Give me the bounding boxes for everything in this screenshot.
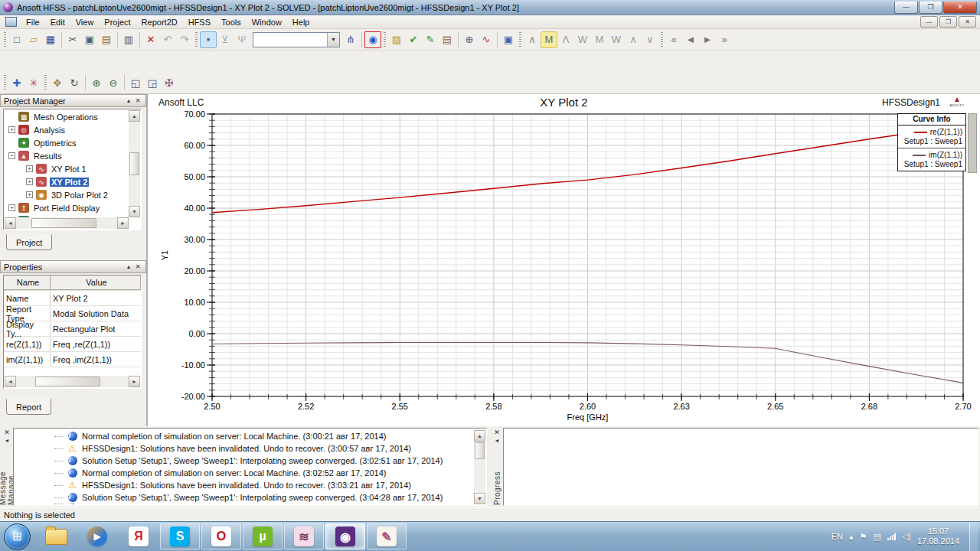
tab-report[interactable]: Report (6, 399, 51, 415)
properties-close-icon[interactable]: ✕ (133, 262, 142, 272)
toolbar-drag-handle[interactable] (384, 32, 386, 47)
child-close-button[interactable]: ✕ (959, 16, 976, 28)
opera[interactable]: O (201, 523, 241, 549)
boolean-ops-icon[interactable]: ✚ (8, 74, 25, 91)
scroll-down-icon[interactable]: ▼ (474, 493, 485, 504)
copy-icon[interactable]: ▣ (81, 31, 98, 48)
windows-explorer[interactable] (36, 523, 76, 549)
media-player[interactable]: ▶ (77, 523, 117, 549)
message-row[interactable]: iSolution Setup 'Setup1', Sweep 'Sweep1'… (15, 455, 474, 467)
utorrent[interactable]: µ (243, 523, 283, 549)
redo-icon[interactable]: ↷ (176, 31, 193, 48)
pan-icon[interactable]: ✥ (49, 74, 66, 91)
menu-report2d[interactable]: Report2D (136, 17, 183, 28)
project-tree-hscrollbar[interactable]: ◄ ► (5, 217, 129, 229)
last-frame-icon[interactable]: » (716, 31, 733, 48)
tree-3d-polar-plot-2[interactable]: +◉3D Polar Plot 2 (5, 188, 129, 201)
tree-expand-icon[interactable]: + (8, 126, 15, 133)
tree-expand-icon[interactable]: + (26, 165, 33, 172)
prev-frame-icon[interactable]: ◄ (682, 31, 699, 48)
hscroll-thumb[interactable] (31, 218, 96, 228)
message-row[interactable]: ⚠HFSSDesign1: Solutions have been invali… (15, 442, 474, 455)
delete-icon[interactable]: ✕ (142, 31, 159, 48)
scroll-down-icon[interactable]: ▼ (129, 206, 140, 217)
menu-window[interactable]: Window (247, 17, 287, 28)
progress-collapse-icon[interactable]: ◄ (495, 438, 500, 443)
hidden-icons-icon[interactable]: ▴ (849, 532, 854, 542)
properties-collapse-icon[interactable]: ▴ (124, 262, 133, 272)
message-row[interactable]: iNormal completion of simulation on serv… (15, 467, 474, 479)
child-minimize-button[interactable]: — (920, 16, 938, 28)
wave-mode-8-icon[interactable]: ∨ (642, 31, 658, 48)
property-row[interactable]: Display Ty...Rectangular Plot (4, 321, 141, 337)
wave-mode-6-icon[interactable]: W (608, 31, 625, 48)
scroll-up-icon[interactable]: ▲ (129, 110, 140, 122)
solve-ports-icon[interactable]: ◉ (364, 31, 381, 48)
vscroll-thumb[interactable] (129, 152, 139, 175)
toolbar-drag-handle[interactable] (4, 75, 6, 90)
message-row[interactable]: iNormal completion of simulation on serv… (15, 504, 474, 504)
first-frame-icon[interactable]: « (665, 31, 682, 48)
scroll-up-icon[interactable]: ▲ (474, 430, 485, 442)
tree-results[interactable]: −▲Results (5, 149, 129, 162)
create-report-icon[interactable]: ∿ (478, 31, 495, 48)
menu-view[interactable]: View (70, 17, 100, 28)
menu-project[interactable]: Project (99, 17, 136, 28)
message-manager-collapse-icon[interactable]: ◄ (5, 438, 10, 443)
toolbar-drag-handle[interactable] (4, 32, 6, 47)
tree-expand-icon[interactable]: + (26, 178, 33, 185)
show-desktop-button[interactable] (969, 522, 978, 551)
properties-hscrollbar[interactable]: ◄ ► (5, 376, 140, 387)
scroll-left-icon[interactable]: ◄ (5, 217, 16, 229)
message-row[interactable]: iNormal completion of simulation on serv… (15, 430, 474, 442)
select-object-icon[interactable]: ▪ (200, 31, 217, 48)
zoom-report-icon[interactable]: ⊕ (461, 31, 478, 48)
tree-optimetrics[interactable]: ✦Optimetrics (5, 136, 129, 149)
yandex-browser[interactable]: Я (119, 523, 158, 549)
rotate-icon[interactable]: ↻ (66, 74, 83, 91)
menu-edit[interactable]: Edit (45, 17, 70, 28)
validate-icon[interactable]: ▨ (388, 31, 405, 48)
language-indicator[interactable]: EN (831, 532, 843, 541)
child-restore-button[interactable]: ❐ (939, 16, 957, 28)
menu-tools[interactable]: Tools (216, 17, 247, 28)
property-row[interactable]: im(Z(1,1))Freq ,im(Z(1,1)) (4, 352, 141, 367)
menu-help[interactable]: Help (287, 17, 315, 28)
wave-solid-icon[interactable]: ∧ (524, 31, 541, 48)
wave-mode-7-icon[interactable]: ∧ (625, 31, 642, 48)
new-icon[interactable]: □ (8, 31, 25, 48)
project-manager-collapse-icon[interactable]: ▴ (124, 96, 133, 106)
wave-port-icon[interactable]: Ψ (234, 31, 250, 48)
child-window-icon[interactable] (5, 17, 17, 27)
wave-mode-3-icon[interactable]: Λ (557, 31, 574, 48)
wave-mode-4-icon[interactable]: W (574, 31, 591, 48)
paste-icon[interactable]: ▤ (98, 31, 115, 48)
solution-data-icon[interactable]: ▤ (439, 31, 456, 48)
message-vscrollbar[interactable]: ▲ ▼ (474, 430, 485, 504)
maximize-button[interactable]: ❐ (919, 2, 942, 14)
analyze-all-icon[interactable]: ✔ (405, 31, 422, 48)
scroll-right-icon[interactable]: ► (117, 217, 129, 229)
menu-hfss[interactable]: HFSS (183, 17, 216, 28)
progress-close-icon[interactable]: ✕ (494, 429, 500, 436)
open-icon[interactable]: ▱ (25, 31, 42, 48)
tree-expand-icon[interactable]: + (26, 191, 33, 198)
mesh-view-icon[interactable]: ✳ (25, 74, 42, 91)
scroll-right-icon[interactable]: ► (129, 376, 140, 387)
start-button[interactable]: ⊞ (4, 523, 31, 550)
project-tree-vscrollbar[interactable]: ▲ ▼ (129, 110, 140, 217)
legend-scrollbar[interactable] (968, 113, 977, 173)
network-signal-icon[interactable] (887, 533, 896, 540)
notification-icon[interactable]: ▤ (873, 532, 880, 542)
combo-dropdown-icon[interactable]: ▼ (327, 33, 339, 47)
fit-selection-icon[interactable]: ◲ (144, 74, 161, 91)
copy-report-image-icon[interactable]: ▣ (500, 31, 517, 48)
paint[interactable]: ✎ (367, 523, 407, 549)
tree-mesh-operations[interactable]: ▦Mesh Operations (5, 110, 129, 123)
toolbar-drag-handle[interactable] (44, 75, 47, 90)
ansoft-hfss[interactable]: ◉ (325, 523, 365, 549)
message-row[interactable]: ⚠HFSSDesign1: Solutions have been invali… (15, 479, 474, 491)
action-center-flag-icon[interactable]: ⚑ (860, 532, 867, 542)
cut-icon[interactable]: ✂ (64, 31, 81, 48)
skype[interactable]: S (160, 523, 200, 549)
